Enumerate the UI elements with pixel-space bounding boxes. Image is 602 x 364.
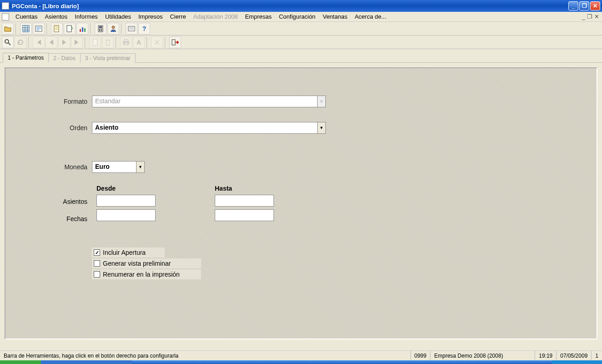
fechas-hasta-input[interactable] bbox=[215, 209, 274, 221]
svg-rect-26 bbox=[124, 43, 128, 45]
checkbox-icon[interactable]: ✓ bbox=[94, 249, 100, 256]
menu-cuentas[interactable]: Cuentas bbox=[12, 12, 41, 21]
svg-line-21 bbox=[8, 43, 10, 45]
svg-rect-18 bbox=[128, 26, 135, 31]
chart-icon[interactable] bbox=[76, 23, 88, 35]
config-icon[interactable] bbox=[126, 23, 137, 35]
sub-toolbar: A bbox=[0, 35, 602, 49]
mdi-restore[interactable]: ❐ bbox=[587, 13, 592, 20]
svg-rect-6 bbox=[54, 25, 59, 32]
minimize-button[interactable]: _ bbox=[568, 1, 578, 10]
menu-empresas[interactable]: Empresas bbox=[241, 12, 275, 21]
status-time: 19:19 bbox=[535, 351, 556, 360]
menu-asientos[interactable]: Asientos bbox=[41, 12, 71, 21]
parameters-panel: Formato Estandar ▼ Orden Asiento ▼ Moned… bbox=[5, 67, 597, 339]
menu-utilidades[interactable]: Utilidades bbox=[101, 12, 135, 21]
svg-point-13 bbox=[99, 29, 100, 30]
search-icon[interactable] bbox=[2, 36, 14, 48]
maximize-button[interactable]: ❐ bbox=[579, 1, 589, 10]
calc-icon[interactable] bbox=[95, 23, 106, 35]
chevron-down-icon: ▼ bbox=[317, 96, 325, 107]
moneda-label: Moneda bbox=[60, 163, 92, 171]
svg-rect-22 bbox=[93, 39, 97, 46]
menu-cierre[interactable]: Cierre bbox=[166, 12, 189, 21]
svg-rect-7 bbox=[67, 25, 71, 32]
orden-combo[interactable]: Asiento ▼ bbox=[92, 122, 326, 134]
help-icon[interactable]: ? bbox=[138, 23, 150, 35]
desde-label: Desde bbox=[96, 185, 156, 192]
close-button[interactable]: ✕ bbox=[590, 1, 600, 10]
mdi-controls: _ ❐ ✕ bbox=[582, 13, 602, 20]
status-last: 1 bbox=[591, 351, 602, 360]
menu-acerca[interactable]: Acerca de... bbox=[351, 12, 390, 21]
svg-rect-8 bbox=[80, 29, 81, 32]
status-company: Empresa Demo 2008 (2008) bbox=[430, 351, 535, 360]
svg-rect-28 bbox=[172, 40, 175, 45]
font-icon: A bbox=[133, 36, 145, 48]
new-doc-icon bbox=[89, 36, 101, 48]
svg-rect-10 bbox=[84, 28, 86, 32]
svg-point-17 bbox=[112, 26, 115, 29]
titlebar: PGConta - [Libro diario] _ ❐ ✕ bbox=[0, 0, 602, 12]
formato-combo: Estandar ▼ bbox=[92, 96, 326, 107]
window-title: PGConta - [Libro diario] bbox=[12, 3, 568, 10]
moneda-combo[interactable]: Euro ▼ bbox=[92, 161, 145, 173]
app-icon bbox=[2, 2, 9, 10]
svg-text:A: A bbox=[137, 39, 141, 46]
status-date: 07/05/2009 bbox=[556, 351, 591, 360]
taskbar bbox=[0, 360, 602, 364]
svg-rect-9 bbox=[82, 27, 83, 32]
tab-parametros[interactable]: 1 - Parámetros bbox=[3, 53, 49, 63]
fechas-label: Fechas bbox=[66, 213, 92, 225]
grid-icon[interactable] bbox=[20, 23, 32, 35]
report2-icon[interactable] bbox=[64, 23, 76, 35]
user-icon[interactable] bbox=[107, 23, 119, 35]
first-icon bbox=[33, 36, 45, 48]
status-hint: Barra de Herramientas, haga click en el … bbox=[0, 351, 410, 360]
delete-icon bbox=[102, 36, 114, 48]
svg-point-16 bbox=[101, 30, 102, 31]
print-icon bbox=[120, 36, 132, 48]
exit-icon[interactable] bbox=[169, 36, 181, 48]
prev-icon bbox=[46, 36, 57, 48]
chk-incluir-apertura[interactable]: ✓ Incluir Apertura bbox=[92, 248, 165, 258]
asientos-desde-input[interactable] bbox=[96, 195, 156, 207]
menu-informes[interactable]: Informes bbox=[71, 12, 101, 21]
orden-label: Orden bbox=[60, 124, 92, 131]
asientos-hasta-input[interactable] bbox=[215, 195, 274, 207]
next-icon bbox=[58, 36, 70, 48]
svg-point-15 bbox=[99, 30, 100, 31]
chk-vista-preliminar[interactable]: Generar vista preliminar bbox=[92, 258, 201, 268]
chk-label: Incluir Apertura bbox=[103, 249, 146, 256]
mdi-minimize[interactable]: _ bbox=[582, 13, 585, 20]
menu-configuracion[interactable]: Configuración bbox=[275, 12, 319, 21]
menu-adaptacion: Adaptación 2008 bbox=[190, 12, 242, 21]
refresh-icon bbox=[15, 36, 26, 48]
mdi-close[interactable]: ✕ bbox=[594, 13, 599, 20]
fechas-desde-input[interactable] bbox=[96, 209, 156, 221]
menu-ventanas[interactable]: Ventanas bbox=[319, 12, 351, 21]
svg-rect-25 bbox=[124, 40, 128, 41]
formato-value: Estandar bbox=[92, 96, 317, 107]
svg-point-14 bbox=[101, 29, 102, 30]
hasta-label: Hasta bbox=[215, 185, 274, 192]
mdi-icon[interactable] bbox=[2, 13, 9, 20]
asientos-label: Asientos bbox=[63, 196, 92, 207]
svg-rect-0 bbox=[23, 25, 29, 32]
menu-impresos[interactable]: Impresos bbox=[135, 12, 166, 21]
tab-datos: 2 - Datos bbox=[48, 53, 81, 63]
orden-value: Asiento bbox=[92, 122, 317, 133]
open-icon[interactable] bbox=[2, 23, 14, 35]
formato-label: Formato bbox=[60, 98, 92, 105]
report1-icon[interactable] bbox=[51, 23, 63, 35]
checkbox-icon[interactable] bbox=[94, 260, 100, 267]
menu-bar: Cuentas Asientos Informes Utilidades Imp… bbox=[0, 12, 602, 22]
tab-vista-preliminar: 3 - Vista preliminar bbox=[80, 53, 136, 63]
chevron-down-icon[interactable]: ▼ bbox=[317, 122, 325, 133]
chevron-down-icon[interactable]: ▼ bbox=[136, 162, 144, 172]
main-toolbar: ? bbox=[0, 22, 602, 35]
checkbox-icon[interactable] bbox=[94, 271, 100, 278]
link-icon bbox=[151, 36, 163, 48]
chk-renumerar[interactable]: Renumerar en la impresión bbox=[92, 269, 201, 279]
entry-icon[interactable] bbox=[33, 23, 45, 35]
